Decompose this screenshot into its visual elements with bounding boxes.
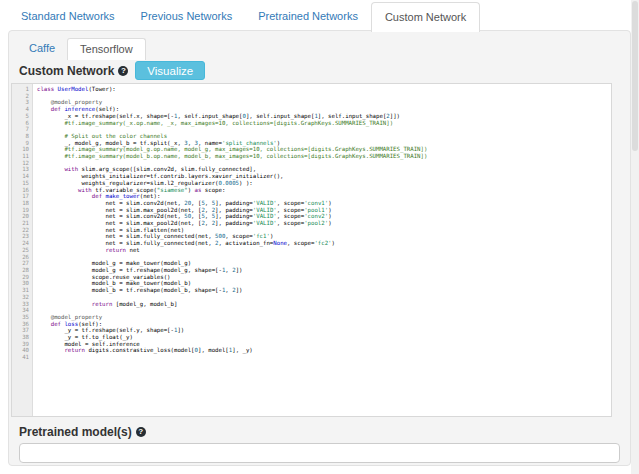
tab-pretrained-networks[interactable]: Pretrained Networks [245, 2, 371, 30]
code-editor[interactable]: 1 2 3 4 5 6 7 8 9 10 11 12 13 14 15 16 1… [11, 83, 612, 417]
code-content[interactable]: class UserModel(Tower): @model_property … [33, 84, 611, 416]
visualize-button[interactable]: Visualize [135, 61, 205, 80]
browser-scrollbar[interactable] [631, 0, 639, 474]
tab-standard-networks[interactable]: Standard Networks [8, 2, 128, 30]
line-numbers: 1 2 3 4 5 6 7 8 9 10 11 12 13 14 15 16 1… [12, 84, 33, 416]
scrollbar-thumb[interactable] [632, 1, 638, 151]
question-help-icon[interactable] [136, 427, 146, 437]
pretrained-models-label: Pretrained model(s) [19, 425, 132, 439]
custom-network-toolbar: Custom Network Visualize [19, 61, 630, 80]
tab-caffe[interactable]: Caffe [17, 38, 67, 59]
pretrained-models-input[interactable] [19, 443, 620, 463]
network-type-tabs: Standard Networks Previous Networks Pret… [8, 2, 480, 31]
custom-network-panel: Caffe Tensorflow Custom Network Visualiz… [8, 30, 631, 466]
pretrained-models-row: Pretrained model(s) [19, 425, 630, 439]
tab-tensorflow[interactable]: Tensorflow [67, 38, 146, 60]
custom-network-label: Custom Network [19, 64, 114, 78]
tab-custom-network[interactable]: Custom Network [371, 2, 480, 32]
tab-previous-networks[interactable]: Previous Networks [128, 2, 246, 30]
question-help-icon[interactable] [118, 66, 128, 76]
framework-tabs: Caffe Tensorflow [9, 31, 630, 59]
